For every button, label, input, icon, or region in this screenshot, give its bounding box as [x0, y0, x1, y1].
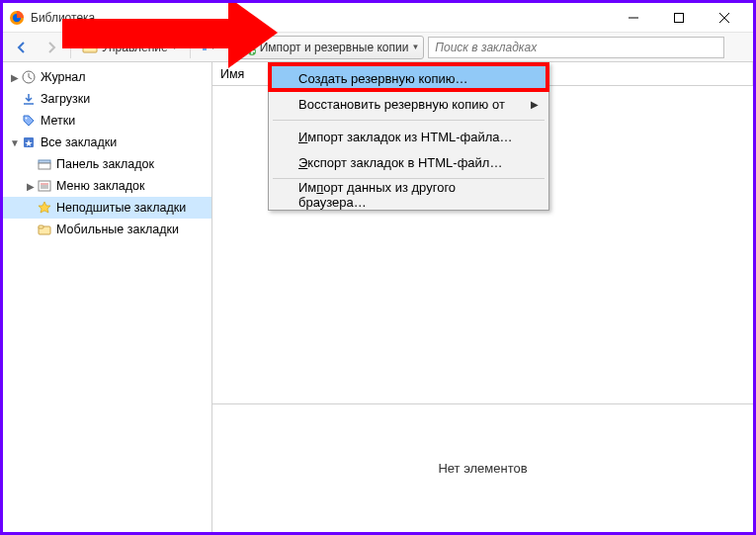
svg-rect-27: [39, 225, 43, 228]
minimize-button[interactable]: [611, 3, 656, 33]
submenu-arrow-icon: ▶: [531, 99, 539, 110]
svg-rect-7: [83, 43, 89, 45]
tag-icon: [21, 113, 37, 129]
organize-button[interactable]: Управление ▼: [77, 36, 184, 59]
toolbar-separator: [228, 37, 229, 58]
organize-label: Управление: [102, 41, 168, 54]
sidebar-item-history[interactable]: ▶ Журнал: [3, 66, 211, 88]
arrow-left-icon: [15, 41, 29, 54]
toolbar-separator: [70, 37, 71, 58]
clock-icon: [21, 69, 37, 85]
bookmarks-icon: [21, 134, 37, 150]
sidebar-item-label: Метки: [41, 114, 75, 128]
back-button[interactable]: [9, 36, 35, 59]
arrow-right-icon: [44, 41, 58, 54]
search-container: [428, 37, 724, 58]
views-button[interactable]: ▼: [197, 36, 222, 59]
sidebar-item-label: Загрузки: [41, 92, 90, 106]
collapse-icon[interactable]: ▼: [9, 137, 21, 148]
import-backup-menu: Создать резервную копию… Восстановить ре…: [268, 62, 549, 211]
caret-down-icon: ▼: [210, 43, 217, 51]
sidebar-item-mobile-bookmarks[interactable]: Мобильные закладки: [3, 219, 211, 240]
svg-point-16: [26, 118, 28, 120]
sidebar-item-bookmarks-toolbar[interactable]: Панель закладок: [3, 153, 211, 175]
sidebar-item-downloads[interactable]: Загрузки: [3, 88, 211, 110]
sidebar-item-label: Меню закладок: [56, 179, 145, 193]
sidebar-item-unsorted-bookmarks[interactable]: Неподшитые закладки: [3, 197, 211, 219]
toolbar-separator: [190, 37, 191, 58]
caret-down-icon: ▼: [171, 43, 179, 51]
menu-separator: [273, 120, 545, 121]
search-input[interactable]: [428, 37, 724, 58]
import-backup-label: Импорт и резервные копии: [260, 41, 409, 54]
menu-item-export-html[interactable]: Экспорт закладок в HTML-файл…: [271, 149, 546, 175]
menu-folder-icon: [37, 178, 52, 194]
views-icon: [202, 41, 207, 54]
folder-gear-icon: [82, 40, 98, 55]
sidebar-item-label: Мобильные закладки: [56, 223, 179, 236]
sidebar-item-label: Неподшитые закладки: [56, 201, 186, 215]
sidebar-item-label: Журнал: [41, 70, 86, 84]
sidebar-item-all-bookmarks[interactable]: ▼ Все закладки: [3, 132, 211, 153]
svg-rect-9: [203, 47, 207, 50]
sidebar-item-label: Все закладки: [41, 135, 117, 149]
empty-message: Нет элементов: [438, 461, 527, 476]
menu-item-import-other[interactable]: Импорт данных из другого браузера…: [271, 182, 546, 208]
details-pane: Нет элементов: [212, 403, 753, 532]
svg-rect-3: [675, 13, 684, 22]
menu-item-backup[interactable]: Создать резервную копию…: [271, 65, 546, 91]
titlebar: Библиотека: [3, 3, 753, 33]
firefox-icon: [9, 10, 25, 26]
forward-button[interactable]: [39, 36, 64, 59]
import-backup-button[interactable]: Импорт и резервные копии ▼: [235, 36, 425, 59]
sidebar-item-tags[interactable]: Метки: [3, 110, 211, 132]
caret-down-icon: ▼: [411, 43, 419, 51]
toolbar: Управление ▼ ▼ Импорт и резервные копии …: [3, 33, 753, 62]
toolbar-folder-icon: [37, 156, 52, 172]
sidebar: ▶ Журнал Загрузки Метки ▼ Все: [3, 62, 212, 532]
download-icon: [21, 91, 37, 107]
sidebar-item-bookmarks-menu[interactable]: ▶ Меню закладок: [3, 175, 211, 197]
expand-icon[interactable]: ▶: [9, 72, 21, 83]
menu-item-restore[interactable]: Восстановить резервную копию от ▶: [271, 91, 546, 117]
star-import-icon: [240, 40, 256, 55]
menu-item-import-html[interactable]: Импорт закладок из HTML-файла…: [271, 124, 546, 149]
star-folder-icon: [37, 200, 52, 216]
expand-icon[interactable]: ▶: [25, 181, 37, 192]
maximize-button[interactable]: [656, 3, 702, 33]
svg-marker-25: [39, 202, 50, 213]
svg-rect-8: [203, 43, 207, 45]
sidebar-item-label: Панель закладок: [56, 157, 154, 171]
menu-separator: [273, 178, 545, 179]
folder-icon: [37, 222, 52, 237]
close-button[interactable]: [702, 3, 747, 33]
svg-rect-20: [39, 163, 50, 169]
window-title: Библиотека: [31, 11, 95, 25]
